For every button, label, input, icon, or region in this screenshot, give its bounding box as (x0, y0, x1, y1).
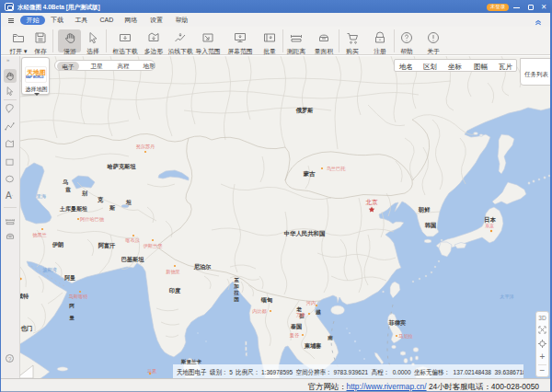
svg-text:印度: 印度 (169, 287, 181, 294)
svg-text:国: 国 (234, 296, 239, 303)
svg-text:南: 南 (327, 335, 333, 341)
svg-text:蒙古: 蒙古 (303, 170, 316, 178)
svg-text:河内: 河内 (306, 300, 316, 306)
svg-text:缅甸: 缅甸 (260, 296, 272, 304)
svg-text:斯: 斯 (109, 204, 116, 211)
svg-text:太平洋: 太平洋 (500, 294, 514, 300)
svg-text:哈萨克斯坦: 哈萨克斯坦 (108, 163, 137, 170)
svg-text:土库曼斯坦: 土库曼斯坦 (59, 205, 87, 213)
svg-text:朝鲜: 朝鲜 (418, 206, 431, 213)
svg-text:伊斯兰堡: 伊斯兰堡 (143, 243, 164, 248)
svg-text:尼泊尔: 尼泊尔 (193, 263, 212, 271)
svg-text:阿什哈巴德: 阿什哈巴德 (80, 216, 105, 223)
svg-text:越: 越 (315, 309, 321, 316)
svg-text:马尼拉: 马尼拉 (398, 333, 413, 339)
svg-text:波斯湾: 波斯湾 (42, 267, 57, 273)
svg-text:马累: 马累 (147, 368, 156, 374)
svg-text:别: 别 (81, 190, 87, 197)
svg-text:中华人民共和国: 中华人民共和国 (284, 230, 326, 237)
svg-text:新德里: 新德里 (166, 269, 180, 275)
svg-text:俄罗斯: 俄罗斯 (295, 107, 314, 114)
svg-text:兹: 兹 (64, 186, 71, 192)
svg-text:内比都: 内比都 (252, 308, 267, 315)
svg-text:拉: 拉 (233, 290, 239, 295)
svg-text:努尔苏丹: 努尔苏丹 (136, 144, 155, 150)
svg-text:菲律宾: 菲律宾 (388, 319, 407, 327)
svg-text:曼谷: 曼谷 (290, 332, 299, 339)
svg-text:加: 加 (233, 283, 239, 289)
svg-text:阿曼: 阿曼 (64, 274, 75, 282)
svg-text:马斯喀特: 马斯喀特 (69, 294, 89, 300)
svg-text:德黑兰: 德黑兰 (32, 232, 47, 238)
svg-text:里海: 里海 (36, 193, 46, 200)
svg-text:巴基斯坦: 巴基斯坦 (121, 256, 145, 262)
svg-text:孟: 孟 (234, 277, 239, 282)
svg-text:伊朗: 伊朗 (52, 241, 63, 248)
svg-text:乌: 乌 (62, 179, 68, 186)
svg-text:也门: 也门 (20, 325, 32, 332)
svg-text:万象: 万象 (296, 312, 305, 317)
svg-text:泰国: 泰国 (290, 323, 302, 330)
svg-text:威特: 威特 (20, 293, 29, 300)
svg-text:阿富汗: 阿富汗 (98, 242, 116, 249)
svg-text:曼: 曼 (69, 315, 75, 321)
svg-text:北京: 北京 (365, 199, 378, 206)
svg-text:克: 克 (97, 196, 104, 203)
svg-text:坦: 坦 (125, 200, 132, 205)
svg-text:喀布尔: 喀布尔 (125, 237, 140, 244)
svg-text:柬埔寨: 柬埔寨 (304, 342, 322, 350)
svg-text:韩国: 韩国 (424, 222, 436, 229)
svg-text:阿: 阿 (69, 303, 75, 309)
svg-text:乌兰巴托: 乌兰巴托 (327, 166, 347, 172)
